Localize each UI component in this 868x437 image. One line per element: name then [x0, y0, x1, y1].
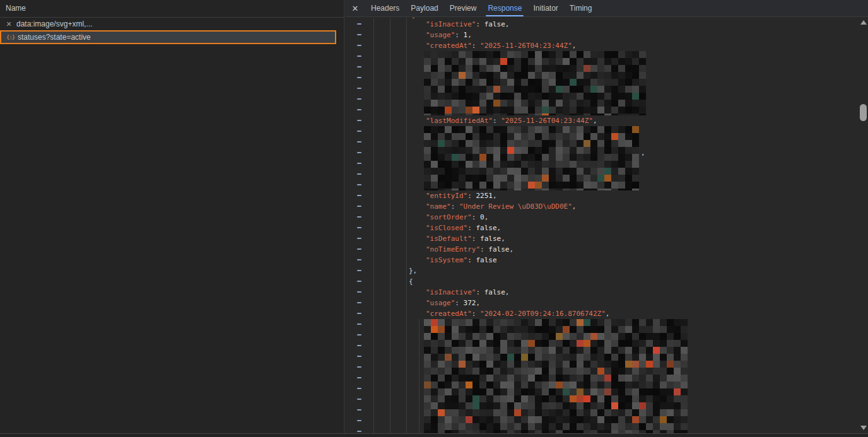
scroll-up-icon[interactable]	[860, 20, 867, 25]
clipped-line-fragment	[409, 18, 418, 18]
fold-marker[interactable]	[357, 152, 361, 153]
network-request-panel: Name ✕data:image/svg+xml,...{:}statuses?…	[0, 0, 344, 437]
code-line: "isClosed": false,	[426, 223, 501, 233]
scrollbar-thumb[interactable]	[860, 104, 867, 121]
fold-marker[interactable]	[357, 163, 361, 164]
code-line: "isInactive": false,	[426, 19, 509, 30]
tab-initiator[interactable]: Initiator	[527, 0, 563, 16]
fold-marker[interactable]	[357, 109, 361, 110]
fold-marker[interactable]	[357, 141, 361, 143]
fold-marker[interactable]	[357, 356, 361, 357]
code-line: "createdAt": "2025-11-26T04:23:44Z",	[426, 40, 576, 51]
code-line: "entityId": 2251,	[426, 190, 497, 201]
fold-marker[interactable]	[357, 248, 361, 250]
request-row[interactable]: {:}statuses?state=active	[0, 30, 336, 44]
fold-marker[interactable]	[357, 323, 361, 325]
code-line: "createdAt": "2024-02-20T09:24:16.870674…	[426, 308, 609, 319]
redacted-content-block	[424, 126, 639, 190]
request-name: data:image/svg+xml,...	[16, 20, 92, 28]
fold-marker[interactable]	[357, 291, 361, 293]
fold-marker[interactable]	[357, 88, 361, 89]
fold-marker[interactable]	[357, 259, 361, 260]
fold-marker[interactable]	[357, 270, 361, 271]
indent-guide	[390, 18, 390, 434]
fold-marker[interactable]	[357, 55, 361, 57]
fold-marker[interactable]	[357, 227, 361, 228]
request-row[interactable]: ✕data:image/svg+xml,...	[0, 18, 336, 30]
code-line: },	[409, 265, 417, 276]
devtools-network-panel: Name ✕data:image/svg+xml,...{:}statuses?…	[0, 0, 868, 437]
code-line: "isSystem": false	[426, 255, 497, 265]
fold-marker[interactable]	[357, 431, 361, 432]
fold-marker[interactable]	[357, 131, 361, 132]
fold-marker[interactable]	[357, 238, 361, 239]
fold-marker[interactable]	[357, 302, 361, 303]
response-code-viewer: "isInactive": false,"usage": 1,"createdA…	[345, 18, 868, 434]
fold-marker[interactable]	[357, 120, 361, 121]
fold-marker[interactable]	[357, 77, 361, 78]
scroll-down-icon[interactable]	[860, 426, 867, 430]
fold-marker[interactable]	[357, 98, 361, 100]
fold-marker[interactable]	[357, 206, 361, 207]
redacted-content-block	[424, 319, 688, 434]
fold-marker[interactable]	[357, 388, 361, 389]
fold-marker[interactable]	[357, 409, 361, 411]
fold-marker[interactable]	[357, 34, 361, 35]
fold-marker[interactable]	[357, 66, 361, 67]
code-line: "isInactive": false,	[426, 287, 509, 298]
panel-bottom-edge	[0, 433, 868, 437]
name-column-header: Name	[0, 0, 344, 18]
code-line: "name": "Under Review \uD83D\uDD0E",	[426, 201, 576, 212]
json-braces-icon: {:}	[6, 34, 14, 40]
fold-marker[interactable]	[357, 420, 361, 421]
tab-response[interactable]: Response	[482, 0, 527, 16]
fold-marker[interactable]	[357, 216, 361, 218]
error-x-icon: ✕	[5, 20, 13, 28]
tab-payload[interactable]: Payload	[405, 0, 443, 16]
code-line: "usage": 372,	[426, 298, 480, 308]
code-line: {	[409, 276, 413, 287]
tab-preview[interactable]: Preview	[444, 0, 483, 16]
fold-marker[interactable]	[357, 377, 361, 378]
code-line: ,	[641, 148, 645, 158]
fold-marker[interactable]	[357, 281, 361, 282]
fold-marker[interactable]	[357, 195, 361, 196]
request-name: statuses?state=active	[18, 33, 91, 42]
gutter-border	[373, 18, 374, 434]
indent-guide	[406, 18, 407, 434]
fold-marker[interactable]	[357, 334, 361, 335]
fold-marker[interactable]	[357, 366, 361, 368]
fold-marker[interactable]	[357, 345, 361, 346]
fold-marker[interactable]	[357, 173, 361, 175]
code-line: "lastModifiedAt": "2025-11-26T04:23:44Z"…	[426, 115, 597, 126]
request-detail-panel: ✕ HeadersPayloadPreviewResponseInitiator…	[345, 0, 868, 437]
tab-timing[interactable]: Timing	[564, 0, 598, 16]
fold-marker[interactable]	[357, 45, 361, 46]
close-icon[interactable]: ✕	[345, 0, 365, 16]
redacted-content-block	[424, 51, 646, 115]
request-list: ✕data:image/svg+xml,...{:}statuses?state…	[0, 18, 336, 44]
fold-marker[interactable]	[357, 23, 361, 25]
code-line: "usage": 1,	[426, 30, 472, 40]
code-line: "isDefault": false,	[426, 233, 505, 244]
fold-marker[interactable]	[357, 313, 361, 314]
code-line: "sortOrder": 0,	[426, 212, 488, 223]
fold-marker[interactable]	[357, 184, 361, 185]
vertical-scrollbar[interactable]	[859, 18, 868, 434]
tab-headers[interactable]: Headers	[365, 0, 405, 16]
detail-tab-bar: ✕ HeadersPayloadPreviewResponseInitiator…	[345, 0, 868, 17]
code-line: "noTimeEntry": false,	[426, 244, 513, 255]
fold-marker[interactable]	[357, 399, 361, 400]
indent-guide	[419, 319, 419, 434]
